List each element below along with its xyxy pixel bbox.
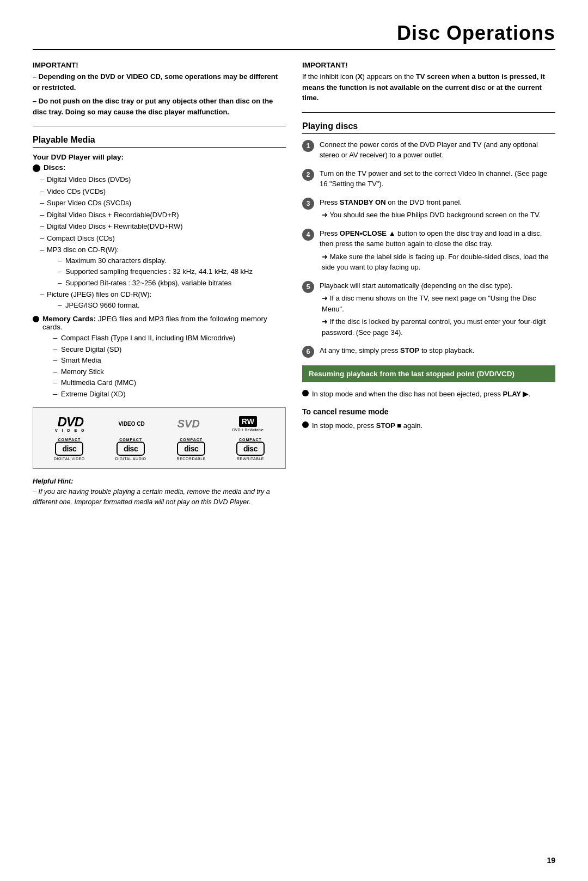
db3-bottom: Recordable: [177, 457, 206, 461]
discs-bullet: Discs:: [33, 163, 286, 172]
step-1: 1 Connect the power cords of the DVD Pla…: [302, 139, 555, 161]
step-3-arrow: You should see the blue Philips DVD back…: [320, 210, 555, 221]
logos-row-2: COMPACT disc DIGITAL VIDEO COMPACT disc …: [39, 438, 280, 461]
playing-discs-header: Playing discs: [302, 121, 555, 134]
step-2-content: Turn on the TV power and set to the corr…: [320, 168, 555, 189]
db2-badge: disc: [117, 442, 145, 456]
step-4-arrow: Make sure the label side is facing up. F…: [320, 252, 555, 273]
disc-badge-4: COMPACT disc ReWritable: [236, 438, 265, 461]
disc-item-vcd: Video CDs (VCDs): [40, 186, 286, 197]
jpeg-sub-1: JPEG/ISO 9660 format.: [58, 300, 286, 311]
step-4-content: Press OPEN•CLOSE ▲ button to open the di…: [320, 228, 555, 273]
mc-2: Secure Digital (SD): [53, 344, 286, 355]
right-important-text: If the inhibit icon (X) appears on the T…: [302, 71, 555, 103]
cancel-resume-text: In stop mode, press STOP ■ again.: [312, 420, 422, 431]
mc-4: Memory Stick: [53, 366, 286, 377]
dvd-logo: DVD V I D E O: [55, 415, 86, 432]
disc-item-cd: Compact Discs (CDs): [40, 233, 286, 244]
step-6-num: 6: [302, 346, 314, 358]
disc-list: Digital Video Discs (DVDs) Video CDs (VC…: [33, 174, 286, 310]
page-title: Disc Operations: [397, 22, 555, 44]
left-important-block: IMPORTANT! – Depending on the DVD or VID…: [33, 61, 286, 117]
disc-item-jpeg: Picture (JPEG) files on CD-R(W): JPEG/IS…: [40, 289, 286, 310]
page-container: Disc Operations IMPORTANT! – Depending o…: [0, 0, 588, 540]
step-2-num: 2: [302, 169, 314, 181]
right-column: IMPORTANT! If the inhibit icon (X) appea…: [302, 61, 555, 507]
db3-badge: disc: [177, 442, 205, 456]
left-column: IMPORTANT! – Depending on the DVD or VID…: [33, 61, 286, 507]
discs-label: Discs:: [44, 163, 66, 172]
step-5-content: Playback will start automatically (depen…: [320, 280, 555, 338]
cancel-bullet-dot: [302, 421, 309, 428]
db1-bottom: DIGITAL VIDEO: [54, 457, 85, 461]
disc-item-dvdr: Digital Video Discs + Recordable(DVD+R): [40, 210, 286, 221]
disc-bullet-dot: [33, 164, 40, 172]
memory-cards-label: Memory Cards:: [42, 315, 96, 323]
disc-logos-box: DVD V I D E O VIDEO CD SVD RW DVD + ReWr…: [33, 407, 286, 469]
resume-bullet-dot: [302, 390, 309, 396]
rw-text: RW: [239, 416, 257, 427]
db1-top: COMPACT: [54, 438, 85, 442]
helpful-hint: Helpful Hint: – If you are having troubl…: [33, 476, 286, 507]
disc-badge-3: COMPACT disc Recordable: [177, 438, 206, 461]
right-divider: [302, 112, 555, 113]
dvd-player-will-play: Your DVD Player will play:: [33, 153, 286, 161]
left-divider: [33, 126, 286, 126]
step-4: 4 Press OPEN•CLOSE ▲ button to open the …: [302, 228, 555, 273]
mc-5: Multimedia Card (MMC): [53, 377, 286, 388]
disc-item-mp3: MP3 disc on CD-R(W): Maximum 30 characte…: [40, 244, 286, 288]
main-columns: IMPORTANT! – Depending on the DVD or VID…: [33, 61, 555, 507]
left-important-text-1: – Depending on the DVD or VIDEO CD, some…: [33, 71, 286, 93]
mp3-sub-3: Supported Bit-rates : 32~256 (kbps), var…: [58, 278, 286, 289]
svcd-logo: SVD: [177, 418, 200, 430]
disc-badge-1: COMPACT disc DIGITAL VIDEO: [54, 438, 85, 461]
db4-badge: disc: [236, 442, 265, 456]
videocd-logo: VIDEO CD: [118, 421, 144, 427]
mp3-sub-list: Maximum 30 characters display. Supported…: [47, 255, 286, 289]
playable-media-header: Playable Media: [33, 135, 286, 148]
left-important-text-2: – Do not push on the disc tray or put an…: [33, 96, 286, 117]
mp3-sub-1: Maximum 30 characters display.: [58, 255, 286, 266]
resume-box: Resuming playback from the last stopped …: [302, 365, 555, 382]
db4-top: COMPACT: [236, 438, 265, 442]
mp3-sub-2: Supported sampling frequencies : 32 kHz,…: [58, 266, 286, 277]
right-important-label: IMPORTANT!: [302, 61, 348, 69]
page-number: 19: [547, 856, 555, 865]
step-1-num: 1: [302, 140, 314, 152]
resume-bullet: In stop mode and when the disc has not b…: [302, 389, 555, 400]
cancel-resume-header: To cancel resume mode: [302, 407, 555, 416]
cancel-resume-bullet: In stop mode, press STOP ■ again.: [302, 420, 555, 431]
disc-item-dvdrw: Digital Video Discs + Rewritable(DVD+RW): [40, 221, 286, 232]
step-3: 3 Press STANDBY ON on the DVD front pane…: [302, 197, 555, 221]
svcd-text: SVD: [177, 418, 200, 430]
step-3-content: Press STANDBY ON on the DVD front panel.…: [320, 197, 555, 221]
db1-badge: disc: [55, 442, 83, 456]
step-5-arrow-2: If the disc is locked by parental contro…: [320, 316, 555, 338]
jpeg-sub-list: JPEG/ISO 9660 format.: [47, 300, 286, 311]
step-3-num: 3: [302, 198, 314, 210]
hint-label: Helpful Hint:: [33, 478, 73, 485]
rw-logo: RW DVD + ReWritable: [232, 416, 264, 432]
step-2: 2 Turn on the TV power and set to the co…: [302, 168, 555, 189]
db3-top: COMPACT: [177, 438, 206, 442]
memory-cards-bullet: Memory Cards: JPEG files and MP3 files f…: [33, 315, 286, 400]
page-header: Disc Operations: [33, 22, 555, 50]
dvd-text: DVD: [55, 415, 86, 429]
hint-text: – If you are having trouble playing a ce…: [33, 488, 270, 506]
step-6: 6 At any time, simply press STOP to stop…: [302, 345, 555, 358]
left-important-label: IMPORTANT!: [33, 61, 78, 69]
mc-6: Extreme Digital (XD): [53, 389, 286, 400]
memory-cards-list: Compact Flash (Type I and II, including …: [42, 333, 286, 399]
step-5-arrow-1: If a disc menu shows on the TV, see next…: [320, 293, 555, 314]
db2-bottom: DIGITAL AUDIO: [115, 457, 146, 461]
right-important-block: IMPORTANT! If the inhibit icon (X) appea…: [302, 61, 555, 103]
disc-item-svcd: Super Video CDs (SVCDs): [40, 198, 286, 209]
rw-sub: DVD + ReWritable: [232, 428, 264, 432]
db2-top: COMPACT: [115, 438, 146, 442]
memory-bullet-dot: [33, 316, 39, 322]
step-5-num: 5: [302, 281, 314, 293]
mc-1: Compact Flash (Type I and II, including …: [53, 333, 286, 344]
disc-item-dvd: Digital Video Discs (DVDs): [40, 174, 286, 185]
memory-cards-content: Memory Cards: JPEG files and MP3 files f…: [42, 315, 286, 400]
logos-row-1: DVD V I D E O VIDEO CD SVD RW DVD + ReWr…: [39, 415, 280, 432]
